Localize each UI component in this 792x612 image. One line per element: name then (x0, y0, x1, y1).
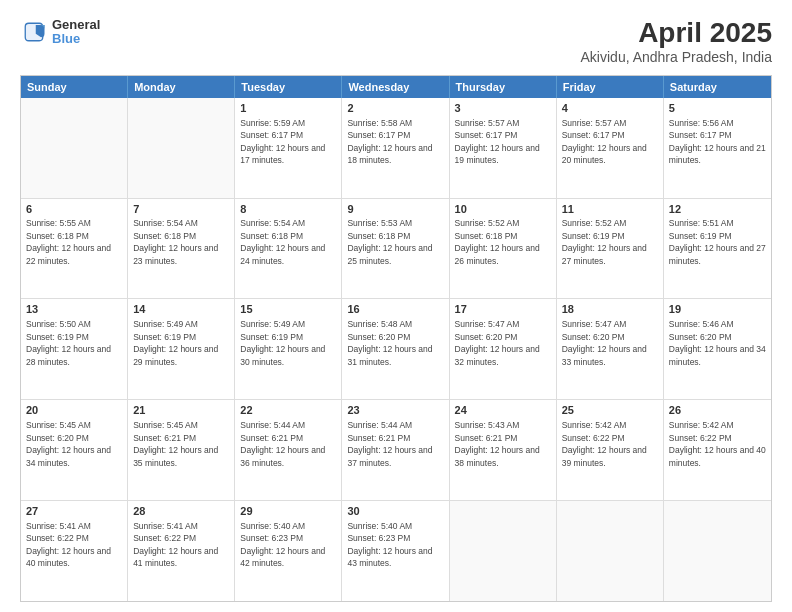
cal-cell-4-5: 24Sunrise: 5:43 AM Sunset: 6:21 PM Dayli… (450, 400, 557, 500)
cell-info: Sunrise: 5:59 AM Sunset: 6:17 PM Dayligh… (240, 118, 325, 165)
calendar: Sunday Monday Tuesday Wednesday Thursday… (20, 75, 772, 602)
header-thursday: Thursday (450, 76, 557, 98)
logo: General Blue (20, 18, 100, 47)
calendar-title: April 2025 (581, 18, 772, 49)
cell-info: Sunrise: 5:49 AM Sunset: 6:19 PM Dayligh… (240, 319, 325, 366)
day-number: 25 (562, 403, 658, 418)
cell-info: Sunrise: 5:51 AM Sunset: 6:19 PM Dayligh… (669, 218, 766, 265)
cell-info: Sunrise: 5:54 AM Sunset: 6:18 PM Dayligh… (240, 218, 325, 265)
cell-info: Sunrise: 5:42 AM Sunset: 6:22 PM Dayligh… (669, 420, 766, 467)
day-number: 28 (133, 504, 229, 519)
day-number: 9 (347, 202, 443, 217)
cal-cell-5-1: 27Sunrise: 5:41 AM Sunset: 6:22 PM Dayli… (21, 501, 128, 601)
cell-info: Sunrise: 5:43 AM Sunset: 6:21 PM Dayligh… (455, 420, 540, 467)
cal-cell-1-3: 1Sunrise: 5:59 AM Sunset: 6:17 PM Daylig… (235, 98, 342, 198)
day-number: 1 (240, 101, 336, 116)
day-number: 22 (240, 403, 336, 418)
cal-week-2: 6Sunrise: 5:55 AM Sunset: 6:18 PM Daylig… (21, 198, 771, 299)
cell-info: Sunrise: 5:56 AM Sunset: 6:17 PM Dayligh… (669, 118, 766, 165)
header-monday: Monday (128, 76, 235, 98)
cal-cell-5-6 (557, 501, 664, 601)
cal-cell-1-6: 4Sunrise: 5:57 AM Sunset: 6:17 PM Daylig… (557, 98, 664, 198)
cal-cell-3-6: 18Sunrise: 5:47 AM Sunset: 6:20 PM Dayli… (557, 299, 664, 399)
day-number: 16 (347, 302, 443, 317)
day-number: 12 (669, 202, 766, 217)
cal-cell-3-2: 14Sunrise: 5:49 AM Sunset: 6:19 PM Dayli… (128, 299, 235, 399)
cell-info: Sunrise: 5:45 AM Sunset: 6:21 PM Dayligh… (133, 420, 218, 467)
cell-info: Sunrise: 5:52 AM Sunset: 6:19 PM Dayligh… (562, 218, 647, 265)
calendar-header-row: Sunday Monday Tuesday Wednesday Thursday… (21, 76, 771, 98)
cal-cell-2-4: 9Sunrise: 5:53 AM Sunset: 6:18 PM Daylig… (342, 199, 449, 299)
calendar-subtitle: Akividu, Andhra Pradesh, India (581, 49, 772, 65)
cell-info: Sunrise: 5:50 AM Sunset: 6:19 PM Dayligh… (26, 319, 111, 366)
cal-cell-4-2: 21Sunrise: 5:45 AM Sunset: 6:21 PM Dayli… (128, 400, 235, 500)
day-number: 5 (669, 101, 766, 116)
day-number: 30 (347, 504, 443, 519)
cell-info: Sunrise: 5:40 AM Sunset: 6:23 PM Dayligh… (347, 521, 432, 568)
logo-icon (20, 18, 48, 46)
cal-cell-5-2: 28Sunrise: 5:41 AM Sunset: 6:22 PM Dayli… (128, 501, 235, 601)
cal-cell-2-1: 6Sunrise: 5:55 AM Sunset: 6:18 PM Daylig… (21, 199, 128, 299)
cal-cell-1-1 (21, 98, 128, 198)
day-number: 4 (562, 101, 658, 116)
cal-cell-4-1: 20Sunrise: 5:45 AM Sunset: 6:20 PM Dayli… (21, 400, 128, 500)
cell-info: Sunrise: 5:40 AM Sunset: 6:23 PM Dayligh… (240, 521, 325, 568)
header-sunday: Sunday (21, 76, 128, 98)
cal-week-4: 20Sunrise: 5:45 AM Sunset: 6:20 PM Dayli… (21, 399, 771, 500)
cal-cell-1-4: 2Sunrise: 5:58 AM Sunset: 6:17 PM Daylig… (342, 98, 449, 198)
cell-info: Sunrise: 5:44 AM Sunset: 6:21 PM Dayligh… (347, 420, 432, 467)
cal-cell-4-3: 22Sunrise: 5:44 AM Sunset: 6:21 PM Dayli… (235, 400, 342, 500)
cal-cell-3-1: 13Sunrise: 5:50 AM Sunset: 6:19 PM Dayli… (21, 299, 128, 399)
day-number: 26 (669, 403, 766, 418)
header-saturday: Saturday (664, 76, 771, 98)
cal-cell-4-7: 26Sunrise: 5:42 AM Sunset: 6:22 PM Dayli… (664, 400, 771, 500)
cal-cell-5-4: 30Sunrise: 5:40 AM Sunset: 6:23 PM Dayli… (342, 501, 449, 601)
cal-cell-4-6: 25Sunrise: 5:42 AM Sunset: 6:22 PM Dayli… (557, 400, 664, 500)
day-number: 8 (240, 202, 336, 217)
day-number: 15 (240, 302, 336, 317)
cal-cell-1-5: 3Sunrise: 5:57 AM Sunset: 6:17 PM Daylig… (450, 98, 557, 198)
cal-cell-3-5: 17Sunrise: 5:47 AM Sunset: 6:20 PM Dayli… (450, 299, 557, 399)
cell-info: Sunrise: 5:58 AM Sunset: 6:17 PM Dayligh… (347, 118, 432, 165)
cal-week-1: 1Sunrise: 5:59 AM Sunset: 6:17 PM Daylig… (21, 98, 771, 198)
day-number: 14 (133, 302, 229, 317)
cal-cell-3-3: 15Sunrise: 5:49 AM Sunset: 6:19 PM Dayli… (235, 299, 342, 399)
day-number: 3 (455, 101, 551, 116)
day-number: 18 (562, 302, 658, 317)
header-tuesday: Tuesday (235, 76, 342, 98)
cell-info: Sunrise: 5:57 AM Sunset: 6:17 PM Dayligh… (562, 118, 647, 165)
header: General Blue April 2025 Akividu, Andhra … (20, 18, 772, 65)
cell-info: Sunrise: 5:54 AM Sunset: 6:18 PM Dayligh… (133, 218, 218, 265)
day-number: 2 (347, 101, 443, 116)
day-number: 17 (455, 302, 551, 317)
cal-cell-5-5 (450, 501, 557, 601)
cell-info: Sunrise: 5:47 AM Sunset: 6:20 PM Dayligh… (562, 319, 647, 366)
day-number: 20 (26, 403, 122, 418)
cell-info: Sunrise: 5:48 AM Sunset: 6:20 PM Dayligh… (347, 319, 432, 366)
header-wednesday: Wednesday (342, 76, 449, 98)
day-number: 24 (455, 403, 551, 418)
cal-cell-1-7: 5Sunrise: 5:56 AM Sunset: 6:17 PM Daylig… (664, 98, 771, 198)
cal-cell-3-4: 16Sunrise: 5:48 AM Sunset: 6:20 PM Dayli… (342, 299, 449, 399)
cell-info: Sunrise: 5:57 AM Sunset: 6:17 PM Dayligh… (455, 118, 540, 165)
cal-cell-2-3: 8Sunrise: 5:54 AM Sunset: 6:18 PM Daylig… (235, 199, 342, 299)
cal-cell-2-2: 7Sunrise: 5:54 AM Sunset: 6:18 PM Daylig… (128, 199, 235, 299)
cal-cell-5-3: 29Sunrise: 5:40 AM Sunset: 6:23 PM Dayli… (235, 501, 342, 601)
day-number: 19 (669, 302, 766, 317)
cal-week-3: 13Sunrise: 5:50 AM Sunset: 6:19 PM Dayli… (21, 298, 771, 399)
cell-info: Sunrise: 5:46 AM Sunset: 6:20 PM Dayligh… (669, 319, 766, 366)
cell-info: Sunrise: 5:41 AM Sunset: 6:22 PM Dayligh… (26, 521, 111, 568)
cell-info: Sunrise: 5:47 AM Sunset: 6:20 PM Dayligh… (455, 319, 540, 366)
page: General Blue April 2025 Akividu, Andhra … (0, 0, 792, 612)
day-number: 21 (133, 403, 229, 418)
day-number: 29 (240, 504, 336, 519)
day-number: 10 (455, 202, 551, 217)
day-number: 7 (133, 202, 229, 217)
day-number: 13 (26, 302, 122, 317)
logo-text: General Blue (52, 18, 100, 47)
calendar-body: 1Sunrise: 5:59 AM Sunset: 6:17 PM Daylig… (21, 98, 771, 601)
cell-info: Sunrise: 5:55 AM Sunset: 6:18 PM Dayligh… (26, 218, 111, 265)
title-block: April 2025 Akividu, Andhra Pradesh, Indi… (581, 18, 772, 65)
header-friday: Friday (557, 76, 664, 98)
cal-cell-2-7: 12Sunrise: 5:51 AM Sunset: 6:19 PM Dayli… (664, 199, 771, 299)
